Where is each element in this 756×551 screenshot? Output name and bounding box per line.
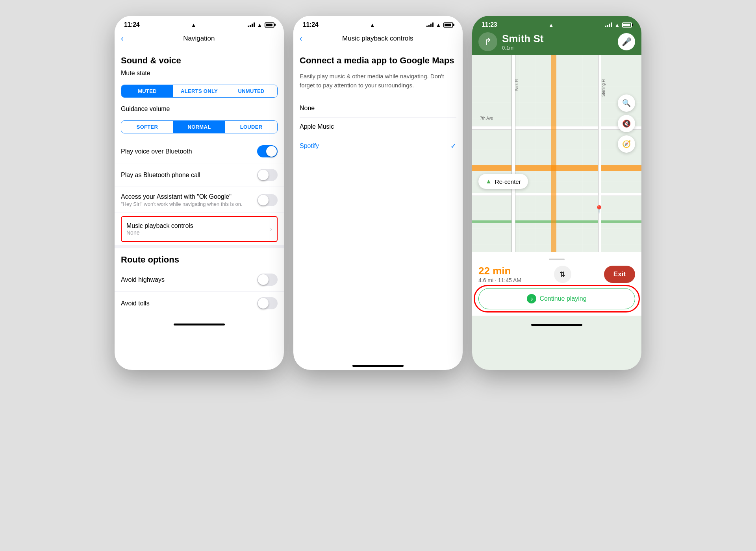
signal-bar-11 bbox=[609, 24, 610, 27]
chevron-icon: › bbox=[270, 226, 272, 233]
wifi-icon-3: ▲ bbox=[615, 22, 620, 28]
road-orange-v bbox=[551, 55, 556, 252]
panel-divider bbox=[549, 259, 565, 260]
back-button-2[interactable]: ‹ bbox=[300, 34, 302, 43]
music-option-apple[interactable]: Apple Music bbox=[300, 118, 456, 136]
toggle-knob-bluetooth-call bbox=[258, 170, 269, 180]
toggle-knob-bluetooth-voice bbox=[266, 146, 277, 157]
avoid-tolls-toggle[interactable] bbox=[257, 297, 278, 309]
guidance-volume-control[interactable]: SOFTER NORMAL LOUDER bbox=[121, 120, 278, 133]
toggle-knob-avoid-highways bbox=[258, 274, 269, 285]
trip-info-row: 22 min 4.6 mi · 11:45 AM ⇅ Exit bbox=[478, 265, 635, 283]
signal-bars-2 bbox=[426, 22, 434, 27]
music-connect-desc: Easily play music & other media while na… bbox=[300, 72, 456, 90]
status-time-1: 11:24 bbox=[124, 21, 139, 28]
checkmark-icon: ✓ bbox=[450, 142, 456, 150]
battery-icon-1 bbox=[265, 22, 274, 28]
avoid-tolls-row: Avoid tolls bbox=[115, 292, 284, 315]
wifi-icon-1: ▲ bbox=[257, 22, 262, 28]
mute-state-label: Mute state bbox=[115, 68, 284, 81]
road-h-1 bbox=[472, 126, 641, 130]
exit-button[interactable]: Exit bbox=[604, 266, 635, 283]
music-playback-row[interactable]: Music playback controls None › bbox=[121, 216, 278, 242]
avoid-highways-toggle[interactable] bbox=[257, 274, 278, 286]
trip-time: 22 min bbox=[478, 265, 521, 277]
trip-details: 4.6 mi · 11:45 AM bbox=[478, 277, 521, 283]
home-indicator-3 bbox=[472, 316, 641, 329]
ok-google-sublabel: "Hey Siri" won't work while navigating w… bbox=[121, 201, 252, 207]
spotify-logo: ♪ bbox=[527, 294, 536, 303]
mute-muted[interactable]: MUTED bbox=[121, 85, 173, 97]
route-options-header: Route options bbox=[115, 245, 284, 268]
recenter-button[interactable]: ▲ Re-center bbox=[478, 174, 528, 189]
music-playback-label: Music playback controls bbox=[126, 222, 193, 229]
mute-unmuted[interactable]: UNMUTED bbox=[225, 85, 277, 97]
back-button-1[interactable]: ‹ bbox=[121, 34, 124, 43]
mute-map-button[interactable]: 🔇 bbox=[618, 115, 635, 132]
location-icon-1: ▲ bbox=[191, 22, 196, 28]
map-background: 7th Ave 6th Ave Park Pl Sterling Pl 📍 bbox=[472, 55, 641, 252]
content-1: Sound & voice Mute state MUTED ALERTS ON… bbox=[115, 49, 284, 315]
distance-label: 0.1mi bbox=[502, 45, 618, 51]
mute-state-control[interactable]: MUTED ALERTS ONLY UNMUTED bbox=[121, 85, 278, 98]
map-pin: 📍 bbox=[594, 205, 604, 214]
ok-google-toggle[interactable] bbox=[257, 194, 278, 206]
section-header-sound: Sound & voice bbox=[115, 49, 284, 68]
bluetooth-call-label: Play as Bluetooth phone call bbox=[121, 172, 257, 179]
home-indicator-2 bbox=[293, 357, 463, 370]
music-playback-value: None bbox=[126, 229, 193, 236]
home-indicator-1 bbox=[115, 315, 284, 329]
continue-playing-button[interactable]: ♪ Continue playing bbox=[478, 288, 635, 309]
music-option-none[interactable]: None bbox=[300, 99, 456, 118]
street-label-1: 7th Ave bbox=[480, 116, 493, 120]
bluetooth-voice-toggle[interactable] bbox=[257, 145, 278, 157]
map-controls: 🔍 🔇 🧭 bbox=[618, 94, 635, 153]
bluetooth-call-toggle[interactable] bbox=[257, 169, 278, 181]
ok-google-row: Access your Assistant with "Ok Google" "… bbox=[115, 187, 284, 213]
page-title-2: Music playback controls bbox=[307, 35, 448, 43]
mute-alerts-only[interactable]: ALERTS ONLY bbox=[173, 85, 225, 97]
signal-bar-2 bbox=[250, 25, 251, 27]
turn-arrow-icon: ↱ bbox=[484, 36, 492, 47]
music-option-spotify[interactable]: Spotify ✓ bbox=[300, 136, 456, 156]
status-bar-2: 11:24 ▲ ▲ bbox=[293, 16, 463, 31]
bluetooth-call-row: Play as Bluetooth phone call bbox=[115, 163, 284, 187]
bluetooth-voice-label: Play voice over Bluetooth bbox=[121, 148, 257, 155]
status-icons-2: ▲ bbox=[426, 22, 453, 28]
layers-map-button[interactable]: 🧭 bbox=[618, 135, 635, 153]
map-bottom-panel: 22 min 4.6 mi · 11:45 AM ⇅ Exit ♪ Contin… bbox=[472, 252, 641, 316]
music-option-spotify-label: Spotify bbox=[300, 142, 319, 150]
signal-bar-4 bbox=[254, 22, 255, 27]
music-playback-content: Connect a media app to Google Maps Easil… bbox=[293, 49, 463, 163]
signal-bar-5 bbox=[426, 26, 428, 27]
battery-icon-3 bbox=[622, 22, 632, 28]
map-container[interactable]: 7th Ave 6th Ave Park Pl Sterling Pl 📍 🔍 … bbox=[472, 55, 641, 252]
vol-softer[interactable]: SOFTER bbox=[121, 121, 173, 133]
search-map-button[interactable]: 🔍 bbox=[618, 94, 635, 112]
location-icon-3: ▲ bbox=[548, 22, 554, 28]
vol-normal[interactable]: NORMAL bbox=[173, 121, 225, 133]
signal-bar-10 bbox=[607, 25, 608, 27]
page-title-1: Navigation bbox=[128, 35, 270, 43]
road-orange-1 bbox=[472, 165, 641, 171]
music-option-apple-label: Apple Music bbox=[300, 123, 334, 130]
signal-bar-3 bbox=[252, 24, 253, 27]
vol-louder[interactable]: LOUDER bbox=[225, 121, 277, 133]
phone-music-playback: 11:24 ▲ ▲ ‹ Music playback controls bbox=[293, 16, 463, 370]
signal-bars-1 bbox=[248, 22, 255, 27]
status-icons-3: ▲ bbox=[605, 22, 632, 28]
signal-bar-9 bbox=[605, 26, 606, 27]
status-bar-3: 11:23 ▲ ▲ bbox=[472, 16, 641, 28]
home-bar-3 bbox=[531, 324, 582, 326]
toggle-knob-avoid-tolls bbox=[258, 298, 269, 309]
phone-navigation-settings: 11:24 ▲ ▲ ‹ Navigation bbox=[115, 16, 284, 370]
route-options-map-button[interactable]: ⇅ bbox=[554, 266, 571, 283]
mic-button[interactable]: 🎤 bbox=[618, 33, 635, 50]
mic-icon: 🎤 bbox=[622, 37, 632, 46]
signal-bar-8 bbox=[432, 22, 434, 27]
nav-info: Smith St 0.1mi bbox=[502, 33, 618, 51]
guidance-volume-label: Guidance volume bbox=[115, 104, 284, 117]
home-bar-1 bbox=[174, 324, 225, 325]
recenter-label: Re-center bbox=[495, 178, 521, 185]
location-icon-2: ▲ bbox=[370, 22, 375, 28]
